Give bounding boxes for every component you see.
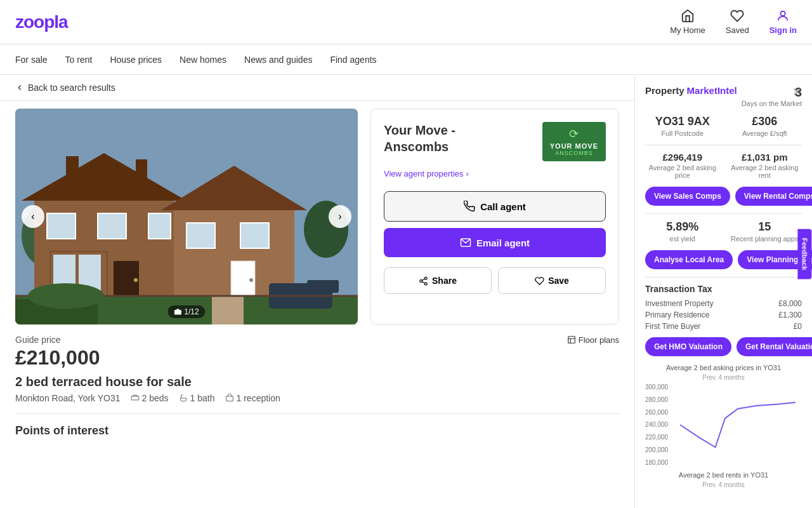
property-image — [15, 109, 358, 324]
subnav-news-guides[interactable]: News and guides — [244, 52, 312, 67]
floor-plans-link[interactable]: Floor plans — [567, 335, 619, 345]
property-price: £210,000 — [15, 346, 619, 370]
call-agent-button[interactable]: Call agent — [384, 191, 606, 222]
view-agent-label: View agent properties — [384, 169, 464, 178]
house-illustration — [15, 109, 358, 324]
avg-sqft-value: £306 — [728, 115, 802, 128]
saved-label: Saved — [726, 25, 749, 35]
chart-container: 300,000 280,000 260,000 240,000 220,000 … — [645, 384, 802, 466]
sign-in-label: Sign in — [769, 25, 797, 35]
property-content: ‹ › 1/12 Your Move - Anscombs ⟳ YOUR MOV… — [0, 101, 634, 445]
saved-nav[interactable]: Saved — [726, 9, 749, 35]
address-text: Monkton Road, York YO31 — [15, 393, 121, 403]
svg-rect-10 — [148, 213, 171, 239]
back-to-search[interactable]: Back to search results — [0, 75, 634, 101]
subnav-find-agents[interactable]: Find agents — [330, 52, 376, 67]
sign-in-nav[interactable]: Sign in — [769, 9, 797, 35]
svg-rect-9 — [98, 213, 126, 239]
tax-value-2: £0 — [794, 322, 802, 331]
sidebar-title: Property MarketIntel — [645, 85, 737, 96]
svg-line-35 — [422, 279, 424, 280]
chart-title: Average 2 bed asking prices in YO31 — [645, 364, 802, 371]
my-home-nav[interactable]: My Home — [670, 9, 705, 35]
market-intel-text: MarketIntel — [687, 85, 737, 96]
stat-divider-1 — [645, 145, 802, 145]
postcode-label: Full Postcode — [645, 130, 720, 137]
subnav-new-homes[interactable]: New homes — [180, 52, 226, 67]
avg-sqft-stat: £306 Average £/sqft — [728, 115, 802, 137]
email-agent-button[interactable]: Email agent — [384, 228, 606, 257]
image-next-button[interactable]: › — [329, 205, 351, 228]
share-label: Share — [432, 276, 457, 286]
tax-rows: Investment Property £8,000 Primary Resid… — [645, 299, 802, 331]
email-agent-label: Email agent — [476, 237, 530, 248]
tax-row-0: Investment Property £8,000 — [645, 299, 802, 308]
bath-icon — [179, 394, 188, 403]
get-rental-button[interactable]: Get Rental Valuatio... — [737, 337, 812, 356]
heart-icon — [730, 9, 744, 23]
get-hmo-button[interactable]: Get HMO Valuation — [645, 337, 731, 356]
comps-buttons: View Sales Comps View Rental Comps — [645, 187, 802, 206]
property-text: Property — [645, 85, 684, 96]
email-icon — [460, 237, 471, 248]
header-navigation: My Home Saved Sign in — [670, 9, 797, 35]
subnav-for-sale[interactable]: For sale — [15, 52, 48, 67]
analysis-buttons: Analyse Local Area View Planning Apps — [645, 250, 802, 269]
analyse-local-area-button[interactable]: Analyse Local Area — [645, 250, 733, 269]
back-link-text: Back to search results — [28, 83, 115, 93]
svg-point-31 — [424, 277, 427, 279]
baths-feature: 1 bath — [179, 393, 215, 403]
beds-label: 2 beds — [142, 393, 169, 403]
planning-apps-stat: 15 Recent planning apps — [728, 220, 802, 243]
sidebar-stats-mid: £296,419 Average 2 bed asking price £1,0… — [645, 152, 802, 179]
agent-logo: ⟳ YOUR MOVE ANSCOMBS — [542, 122, 606, 161]
home-icon — [681, 9, 695, 23]
view-sales-comps-button[interactable]: View Sales Comps — [645, 187, 730, 206]
svg-line-34 — [422, 281, 424, 283]
svg-rect-23 — [212, 296, 244, 324]
share-icon — [419, 276, 428, 286]
image-prev-button[interactable]: ‹ — [22, 205, 44, 228]
agent-logo-text1: YOUR MOVE — [550, 142, 598, 150]
share-button[interactable]: Share — [384, 267, 492, 294]
view-agent-properties-link[interactable]: View agent properties › — [384, 169, 606, 178]
svg-point-28 — [28, 283, 104, 309]
svg-rect-19 — [240, 223, 269, 248]
svg-point-32 — [420, 279, 422, 282]
view-rental-comps-button[interactable]: View Rental Comps — [735, 187, 812, 206]
svg-point-29 — [176, 311, 179, 314]
agent-header: Your Move - Anscombs ⟳ YOUR MOVE ANSCOMB… — [384, 122, 606, 161]
chart-y-labels: 300,000 280,000 260,000 240,000 220,000 … — [645, 384, 668, 466]
sidebar-stats-top: YO31 9AX Full Postcode £306 Average £/sq… — [645, 115, 802, 137]
stat-divider-3 — [645, 277, 802, 277]
reception-icon — [225, 394, 234, 403]
subnav-to-rent[interactable]: To rent — [65, 52, 93, 67]
subnav-house-prices[interactable]: House prices — [110, 52, 162, 67]
tax-value-0: £8,000 — [778, 299, 802, 308]
chevron-right-icon: › — [466, 169, 469, 178]
call-agent-label: Call agent — [480, 201, 526, 212]
svg-rect-7 — [136, 159, 147, 182]
svg-point-33 — [424, 283, 427, 285]
planning-apps-value: 15 — [728, 220, 802, 234]
svg-rect-36 — [568, 337, 575, 344]
save-button[interactable]: Save — [498, 267, 606, 294]
main-container: Back to search results — [0, 75, 812, 508]
person-icon — [776, 9, 790, 23]
tax-row-1: Primary Residence £1,300 — [645, 311, 802, 319]
avg-asking-rent-stat: £1,031 pm Average 2 bed asking rent — [728, 152, 802, 179]
guide-price-label: Guide price — [15, 335, 61, 345]
floor-plan-icon — [567, 335, 576, 344]
close-icon[interactable]: ✕ — [792, 85, 802, 99]
property-main: ‹ › 1/12 Your Move - Anscombs ⟳ YOUR MOV… — [15, 109, 619, 324]
valuation-buttons: Get HMO Valuation Get Rental Valuatio... — [645, 337, 802, 356]
floor-plans-label: Floor plans — [579, 335, 619, 345]
feedback-tab[interactable]: Feedback — [798, 229, 812, 279]
zoopla-logo[interactable]: zoopla — [15, 12, 68, 32]
yield-label: est yield — [645, 235, 720, 243]
chart-line — [680, 403, 796, 448]
avg-asking-price-stat: £296,419 Average 2 bed asking price — [645, 152, 720, 179]
property-divider — [15, 413, 619, 414]
property-details: Guide price Floor plans £210,000 2 bed t… — [15, 335, 619, 438]
svg-point-0 — [781, 11, 785, 16]
